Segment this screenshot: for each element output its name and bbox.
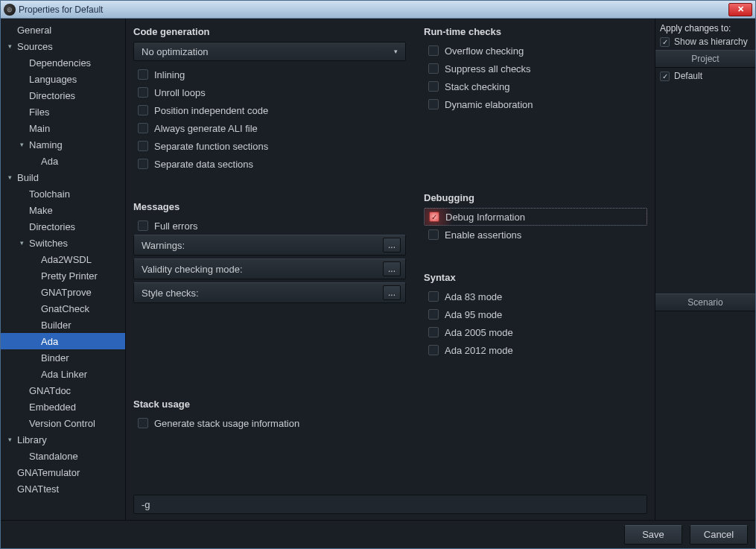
sidebar-item-gnattest[interactable]: GNATtest [1,480,125,497]
sidebar-item-label: Embedded [29,402,76,413]
sidebar-item-make[interactable]: Make [1,202,125,218]
stack-usage-label: Generate stack usage information [154,418,299,429]
sidebar-item-label: Directories [29,221,75,232]
checkbox-icon [138,87,148,98]
project-item-label: Default [674,71,702,81]
syntax-check[interactable]: Ada 95 mode [424,305,647,323]
project-header: Project [655,50,755,68]
runtime-label: Suppress all checks [445,63,531,74]
sidebar-item-toolchain[interactable]: Toolchain [1,185,125,202]
sidebar-item-gnatprove[interactable]: GNATprove [1,284,125,300]
sidebar-item-binder[interactable]: Binder [1,349,125,366]
cancel-button[interactable]: Cancel [690,525,748,545]
project-list: ✓Default [655,68,755,84]
codegen-check[interactable]: Position independent code [133,101,406,119]
optimization-dropdown[interactable]: No optimization ▾ [133,42,406,61]
ellipsis-button[interactable]: ... [383,238,401,253]
syntax-check[interactable]: Ada 2005 mode [424,323,647,341]
project-item[interactable]: ✓Default [655,68,755,84]
sidebar-item-main[interactable]: Main [1,120,125,136]
sidebar-item-standalone[interactable]: Standalone [1,448,125,464]
close-button[interactable]: ✕ [728,3,752,16]
sidebar-item-languages[interactable]: Languages [1,71,125,87]
sidebar-item-gnatdoc[interactable]: GNATdoc [1,382,125,399]
sidebar-item-library[interactable]: ▾Library [1,431,125,448]
debugging-check[interactable]: Debug Information [424,208,647,226]
checkbox-icon [138,69,148,80]
message-row-label: Style checks: [142,288,199,299]
syntax-check[interactable]: Ada 83 mode [424,288,647,305]
sidebar-item-sources[interactable]: ▾Sources [1,38,125,54]
commandline-field[interactable] [133,495,647,514]
checkbox-icon [660,37,670,47]
syntax-label: Ada 95 mode [445,309,502,320]
sidebar-item-label: GnatCheck [41,303,89,314]
sidebar-item-ada-linker[interactable]: Ada Linker [1,366,125,382]
ellipsis-button[interactable]: ... [383,285,401,300]
show-hierarchy-check[interactable]: Show as hierarchy [660,37,752,47]
debugging-check[interactable]: Enable assertions [424,226,647,244]
sidebar-item-general[interactable]: General [1,22,125,38]
full-errors-label: Full errors [154,220,198,232]
runtime-check[interactable]: Suppress all checks [424,60,647,77]
sidebar-item-build[interactable]: ▾Build [1,169,125,185]
codegen-check[interactable]: Unroll loops [133,83,406,101]
codegen-label: Unroll loops [154,87,206,98]
sidebar-item-gnatemulator[interactable]: GNATemulator [1,464,125,480]
checkbox-icon [428,345,439,355]
sidebar-item-files[interactable]: Files [1,104,125,120]
runtime-heading: Run-time checks [424,26,647,37]
ellipsis-button[interactable]: ... [383,261,401,276]
sidebar-item-label: Library [17,434,47,445]
message-row[interactable]: Style checks:... [133,282,406,303]
runtime-check[interactable]: Stack checking [424,77,647,95]
codegen-check[interactable]: Separate function sections [133,137,406,155]
sidebar-item-label: Pretty Printer [41,270,98,282]
save-button[interactable]: Save [624,525,682,545]
sidebar-item-embedded[interactable]: Embedded [1,399,125,415]
sidebar-item-ada[interactable]: Ada [1,333,125,349]
codegen-label: Inlining [154,69,185,80]
sidebar-tree[interactable]: General▾SourcesDependenciesLanguagesDire… [1,19,126,520]
sidebar-item-directories[interactable]: Directories [1,87,125,104]
close-icon: ✕ [737,4,744,14]
button-bar: Save Cancel [1,520,755,548]
codegen-check[interactable]: Inlining [133,66,406,83]
sidebar-item-label: Naming [29,139,63,150]
scenario-header: Scenario [655,293,755,311]
messages-heading: Messages [133,201,406,212]
show-hierarchy-label: Show as hierarchy [674,37,748,47]
runtime-check[interactable]: Overflow checking [424,42,647,60]
sidebar-item-builder[interactable]: Builder [1,317,125,333]
codegen-label: Separate data sections [154,159,253,170]
sidebar-item-naming[interactable]: ▾Naming [1,136,125,153]
runtime-check[interactable]: Dynamic elaboration [424,95,647,113]
sidebar-item-label: Standalone [29,451,78,462]
checkbox-icon [138,105,148,115]
sidebar-item-ada2wsdl[interactable]: Ada2WSDL [1,251,125,267]
sidebar-item-pretty-printer[interactable]: Pretty Printer [1,267,125,284]
stack-usage-check[interactable]: Generate stack usage information [133,414,406,432]
app-icon: ⊚ [4,4,16,16]
sidebar-item-version-control[interactable]: Version Control [1,415,125,431]
message-row[interactable]: Warnings:... [133,235,406,256]
sidebar-item-label: GNATtest [17,483,59,495]
commandline-input[interactable] [140,498,641,511]
sidebar-item-label: Main [29,123,50,134]
checkbox-icon [428,81,439,92]
codegen-label: Separate function sections [154,141,268,152]
sidebar-item-label: GNATprove [41,287,92,298]
sidebar-item-switches[interactable]: ▾Switches [1,235,125,251]
sidebar-item-gnatcheck[interactable]: GnatCheck [1,300,125,317]
codegen-check[interactable]: Always generate ALI file [133,119,406,137]
sidebar-item-dependencies[interactable]: Dependencies [1,54,125,71]
message-row-label: Validity checking mode: [142,264,243,275]
syntax-check[interactable]: Ada 2012 mode [424,341,647,359]
sidebar-item-ada[interactable]: Ada [1,153,125,169]
sidebar-item-label: Toolchain [29,188,70,200]
message-row[interactable]: Validity checking mode:... [133,258,406,279]
sidebar-item-label: Build [17,172,39,183]
codegen-check[interactable]: Separate data sections [133,155,406,173]
sidebar-item-directories[interactable]: Directories [1,218,125,235]
full-errors-check[interactable]: Full errors [133,217,406,235]
